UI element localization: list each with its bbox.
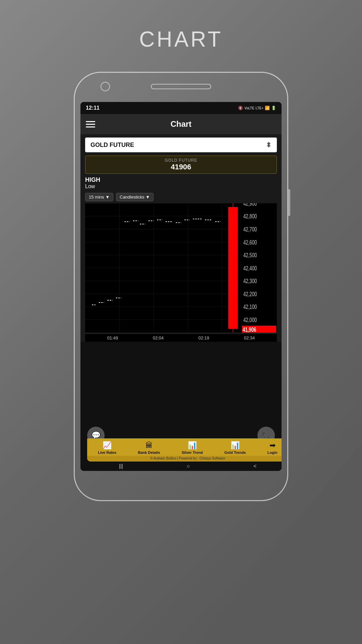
recent-apps-button[interactable]: ||| xyxy=(119,463,123,469)
dropdown-container: GOLD FUTURE ⬍ xyxy=(80,134,282,154)
nav-login[interactable]: ➡ Login xyxy=(267,441,278,454)
low-label: Low xyxy=(85,183,277,190)
chart-type-dropdown[interactable]: Candlesticks ▼ xyxy=(116,193,154,201)
svg-rect-32 xyxy=(228,207,238,329)
silver-trend-icon: 📊 xyxy=(188,441,197,450)
time-label-2: 02:04 xyxy=(153,335,164,340)
svg-text:42,500: 42,500 xyxy=(243,252,257,258)
nav-gold-trends[interactable]: 📊 Gold Trends xyxy=(224,441,246,454)
gold-trends-icon: 📊 xyxy=(231,441,240,450)
nav-footer: © Araham Bullion | Powered by : Chirayu … xyxy=(87,456,282,462)
time-label-3: 02:19 xyxy=(198,335,209,340)
status-bar: 12:11 🔇 VoLTE LTE+ 📶 🔋 xyxy=(80,102,282,114)
nav-live-rates-label: Live Rates xyxy=(98,450,116,454)
candlestick-chart: 42,900 42,800 42,700 42,600 42,500 42,40… xyxy=(85,203,277,333)
nav-gold-trends-label: Gold Trends xyxy=(224,450,246,454)
home-button[interactable]: ○ xyxy=(187,463,190,469)
svg-text:42,000: 42,000 xyxy=(243,317,257,323)
price-box-value: 41906 xyxy=(89,163,273,171)
phone-mockup: 12:11 🔇 VoLTE LTE+ 📶 🔋 Chart GOLD FUTURE… xyxy=(74,72,288,501)
svg-text:42,900: 42,900 xyxy=(243,203,257,207)
nav-silver-trend-label: Silver Trend xyxy=(182,450,203,454)
svg-text:41,906: 41,906 xyxy=(243,326,256,333)
chart-controls: 15 mins ▼ Candlesticks ▼ xyxy=(80,191,282,203)
header-title: Chart xyxy=(171,119,192,129)
back-button[interactable]: < xyxy=(253,463,256,469)
page-title: CHART xyxy=(139,27,223,52)
commodity-dropdown[interactable]: GOLD FUTURE ⬍ xyxy=(85,138,277,152)
price-box: GOLD FUTURE 41906 xyxy=(85,156,277,174)
nav-bank-details[interactable]: 🏛 Bank Details xyxy=(138,441,160,454)
time-label-4: 02:34 xyxy=(244,335,255,340)
svg-text:42,100: 42,100 xyxy=(243,304,257,310)
bank-details-icon: 🏛 xyxy=(145,441,153,450)
hamburger-menu[interactable] xyxy=(86,121,95,127)
status-icons: 🔇 VoLTE LTE+ 📶 🔋 xyxy=(238,106,276,110)
svg-text:42,400: 42,400 xyxy=(243,265,257,271)
svg-text:42,200: 42,200 xyxy=(243,291,257,297)
live-rates-icon: 📈 xyxy=(103,441,112,450)
svg-text:42,700: 42,700 xyxy=(243,226,257,232)
status-time: 12:11 xyxy=(86,105,100,111)
high-low-section: HIGH Low xyxy=(80,175,282,191)
svg-text:42,300: 42,300 xyxy=(243,278,257,284)
price-box-label: GOLD FUTURE xyxy=(89,158,273,163)
system-nav: ||| ○ < xyxy=(87,462,282,471)
timeframe-dropdown[interactable]: 15 mins ▼ xyxy=(85,193,113,201)
high-label: HIGH xyxy=(85,176,277,183)
app-header: Chart xyxy=(80,114,282,134)
nav-silver-trend[interactable]: 📊 Silver Trend xyxy=(182,441,203,454)
dropdown-arrow-icon: ⬍ xyxy=(266,141,272,149)
login-icon: ➡ xyxy=(269,441,276,450)
nav-live-rates[interactable]: 📈 Live Rates xyxy=(98,441,116,454)
nav-login-label: Login xyxy=(267,450,278,454)
nav-bank-details-label: Bank Details xyxy=(138,450,160,454)
nav-items: 📈 Live Rates 🏛 Bank Details 📊 Silver Tre… xyxy=(87,438,282,456)
phone-screen: 12:11 🔇 VoLTE LTE+ 📶 🔋 Chart GOLD FUTURE… xyxy=(80,102,282,471)
time-axis: 01:49 02:04 02:19 02:34 xyxy=(85,334,277,342)
chart-area: 42,900 42,800 42,700 42,600 42,500 42,40… xyxy=(85,203,277,333)
svg-text:42,600: 42,600 xyxy=(243,239,257,246)
dropdown-selected-value: GOLD FUTURE xyxy=(90,142,134,149)
bottom-nav: 📈 Live Rates 🏛 Bank Details 📊 Silver Tre… xyxy=(87,438,282,462)
time-label-1: 01:49 xyxy=(107,335,118,340)
svg-text:42,800: 42,800 xyxy=(243,213,257,220)
